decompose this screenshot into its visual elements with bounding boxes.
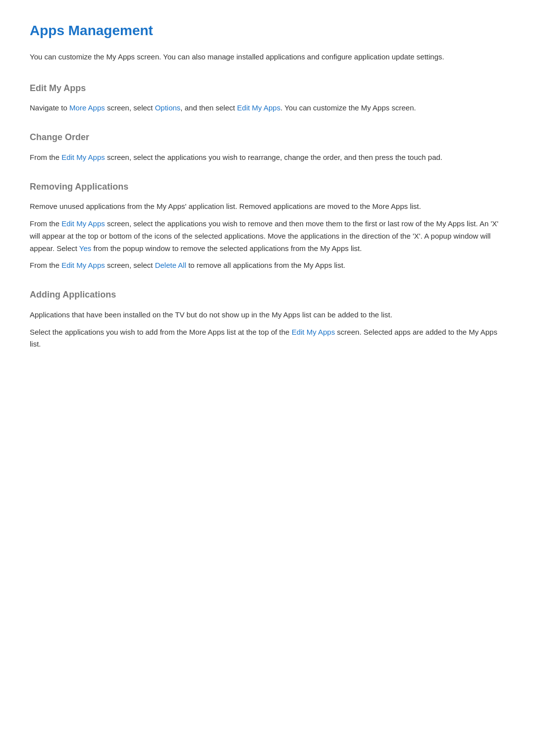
text-span: Remove unused applications from the My A… [30,202,421,210]
section-body-edit-my-apps: Navigate to More Apps screen, select Opt… [30,102,505,114]
paragraph-adding-applications-1: Select the applications you wish to add … [30,326,505,351]
intro-text: You can customize the My Apps screen. Yo… [30,51,505,63]
text-span: screen, select the applications you wish… [105,153,442,161]
section-title-change-order: Change Order [30,130,505,145]
text-span: From the [30,219,61,228]
page-title: Apps Management [30,20,505,42]
text-span: From the [30,153,61,161]
inline-link-edit-my-apps[interactable]: Edit My Apps [237,103,281,112]
paragraph-change-order-0: From the Edit My Apps screen, select the… [30,151,505,164]
text-span: Select the applications you wish to add … [30,328,292,336]
text-span: , and then select [180,103,237,112]
section-adding-applications: Adding ApplicationsApplications that hav… [30,288,505,351]
text-span: from the popup window to remove the sele… [91,244,362,252]
paragraph-edit-my-apps-0: Navigate to More Apps screen, select Opt… [30,102,505,114]
sections-container: Edit My AppsNavigate to More Apps screen… [30,81,505,351]
section-body-adding-applications: Applications that have been installed on… [30,309,505,351]
inline-link-edit-my-apps[interactable]: Edit My Apps [61,219,105,228]
section-title-adding-applications: Adding Applications [30,288,505,302]
text-span: From the [30,261,61,269]
text-span: . You can customize the My Apps screen. [280,103,416,112]
section-change-order: Change OrderFrom the Edit My Apps screen… [30,130,505,164]
paragraph-adding-applications-0: Applications that have been installed on… [30,309,505,321]
paragraph-removing-applications-0: Remove unused applications from the My A… [30,201,505,213]
inline-link-yes[interactable]: Yes [79,244,91,252]
text-span: to remove all applications from the My A… [186,261,345,269]
section-edit-my-apps: Edit My AppsNavigate to More Apps screen… [30,81,505,115]
inline-link-options[interactable]: Options [155,103,181,112]
inline-link-edit-my-apps[interactable]: Edit My Apps [61,153,105,161]
inline-link-edit-my-apps[interactable]: Edit My Apps [292,328,335,336]
inline-link-more-apps[interactable]: More Apps [69,103,105,112]
text-span: screen, select [105,103,155,112]
section-title-removing-applications: Removing Applications [30,180,505,194]
inline-link-delete-all[interactable]: Delete All [155,261,186,269]
paragraph-removing-applications-1: From the Edit My Apps screen, select the… [30,218,505,254]
paragraph-removing-applications-2: From the Edit My Apps screen, select Del… [30,259,505,272]
text-span: Navigate to [30,103,69,112]
section-removing-applications: Removing ApplicationsRemove unused appli… [30,180,505,272]
text-span: Applications that have been installed on… [30,310,392,319]
text-span: screen, select [105,261,155,269]
section-body-removing-applications: Remove unused applications from the My A… [30,201,505,272]
section-title-edit-my-apps: Edit My Apps [30,81,505,96]
section-body-change-order: From the Edit My Apps screen, select the… [30,151,505,164]
inline-link-edit-my-apps[interactable]: Edit My Apps [61,261,105,269]
